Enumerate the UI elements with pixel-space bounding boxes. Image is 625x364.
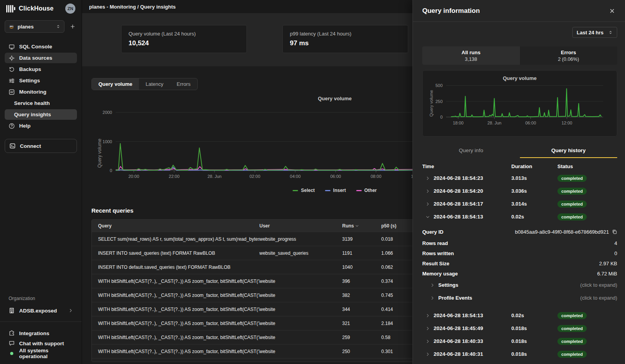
drawer-header: Query information [413,0,625,22]
drawer-title: Query information [422,7,480,15]
chevron-right-icon [430,296,435,300]
mini-chart-ylabel: Query volume [429,90,434,117]
history-row[interactable]: 2024-06-28 18:40:31 0.018s completed [422,348,617,360]
puzzle-icon [9,330,15,336]
chevron-up-down-icon [608,30,613,35]
svg-text:500: 500 [436,83,443,88]
organization-name: ADSB.exposed [19,308,57,314]
close-drawer-button[interactable] [608,7,616,15]
history-row[interactable]: 2024-06-28 18:40:33 0.018s completed [422,335,617,348]
breadcrumb: planes - Monitoring / Query insights [89,4,176,10]
history-row[interactable]: 2024-06-28 18:54:20 3.036s completed [422,185,617,197]
chart-ylabel: Query volume [97,138,102,168]
help-icon [9,123,15,129]
runs-errors-tabs: All runs 3,138 Errors 2 (0.06%) [422,46,617,65]
sidebar: ClickHouse ZN planes SQL Console Data so… [0,0,82,364]
svg-text:22:00: 22:00 [169,174,180,179]
sidebar-item-backups[interactable]: Backups [5,64,77,75]
chat-icon [9,340,15,346]
connect-button[interactable]: Connect [5,139,77,153]
copy-query-id-button[interactable] [612,229,617,234]
sort-runs-button[interactable]: Runs [342,223,359,229]
monitor-icon [9,44,15,50]
add-service-button[interactable] [68,22,77,31]
history-row[interactable]: 2024-06-28 18:45:49 0.018s completed [422,322,617,335]
svg-text:08:00: 08:00 [371,174,382,179]
profile-events-expander[interactable]: Profile Events (click to expand) [422,291,617,304]
app-title: ClickHouse [19,5,54,12]
chevron-right-icon [425,352,430,357]
history-row[interactable]: 2024-06-28 18:54:17 3.014s completed [422,197,617,210]
sidebar-item-chat-support[interactable]: Chat with support [5,338,77,348]
tab-latency[interactable]: Latency [139,78,170,90]
activity-icon [9,89,15,95]
status-badge: completed [557,351,587,358]
status-dot-icon [10,352,13,355]
sidebar-item-service-health[interactable]: Service health [5,98,77,108]
tab-all-runs[interactable]: All runs 3,138 [422,46,520,65]
tab-query-history[interactable]: Query history [520,144,618,158]
chevron-right-icon [425,189,430,194]
chevron-up-down-icon [56,24,61,29]
chevron-right-icon [425,339,430,344]
history-row[interactable]: 2024-06-28 18:54:13 0.02s completed [422,309,617,322]
logo-row: ClickHouse ZN [5,0,77,17]
query-id-row: Query ID b0845aa9-a8c9-49f0-8f68-e678669… [422,226,617,238]
sidebar-item-monitoring[interactable]: Monitoring [5,87,77,97]
chevron-right-icon [430,283,435,288]
history-row[interactable]: 2024-06-28 18:54:23 3.013s completed [422,172,617,185]
organization-switcher[interactable]: ADSB.exposed [5,305,77,316]
time-range-select[interactable]: Last 24 hrs [572,27,617,38]
tab-errors[interactable]: Errors 2 (0.06%) [520,46,618,65]
sidebar-item-data-sources[interactable]: Data sources [5,53,77,63]
service-selector[interactable]: planes [5,20,64,33]
status-badge: completed [557,325,587,332]
rows-written-row: Rows written 0 [422,248,617,258]
drawer-body: Last 24 hrs All runs 3,138 Errors 2 (0.0… [413,22,625,364]
legend-other[interactable]: Other [356,188,377,193]
query-information-drawer: Query information Last 24 hrs All runs 3… [412,0,625,364]
select-swatch-icon [293,190,298,191]
sidebar-item-sql-console[interactable]: SQL Console [5,41,77,52]
close-icon [609,8,615,14]
sidebar-nav: SQL Console Data sources Backups Setting… [5,41,77,131]
status-badge: completed [557,338,587,345]
user-avatar[interactable]: ZN [65,4,75,14]
svg-text:28. Jun: 28. Jun [207,174,221,179]
status-badge: completed [557,312,587,319]
svg-text:1000: 1000 [103,139,112,144]
divider [0,321,82,322]
legend-insert[interactable]: Insert [325,188,346,193]
settings-expander[interactable]: Settings (click to expand) [422,279,617,291]
status-badge: completed [557,188,587,195]
svg-text:28. Jun: 28. Jun [488,121,502,125]
tab-query-volume[interactable]: Query volume [92,78,139,90]
sidebar-item-help[interactable]: Help [5,121,77,131]
svg-text:2000: 2000 [103,110,112,115]
memory-usage-row: Memory usage 6.72 MiB [422,268,617,279]
svg-text:250: 250 [436,99,443,104]
chevron-right-icon [425,202,430,206]
chart-tabs: Query volume Latency Errors [91,78,198,90]
aws-icon [9,24,14,30]
chevron-down-icon [425,215,430,219]
p99-latency-stat-card: p99 latency (Last 24 hours) 97 ms [282,25,408,53]
plus-icon [70,24,75,29]
sliders-icon [9,78,15,84]
history-row-expanded[interactable]: 2024-06-28 18:54:13 0.02s completed [422,210,617,223]
chevron-right-icon [425,313,430,318]
sidebar-item-settings[interactable]: Settings [5,75,77,86]
query-volume-stat-card: Query volume (Last 24 hours) 10,524 [121,25,247,53]
tab-query-info[interactable]: Query info [422,144,520,158]
svg-text:04:00: 04:00 [290,174,301,179]
system-status[interactable]: All systems operational [5,348,77,359]
svg-text:0: 0 [440,115,443,119]
legend-select[interactable]: Select [293,188,314,193]
tab-errors[interactable]: Errors [170,78,197,90]
svg-text:06:00: 06:00 [525,121,536,125]
clickhouse-logo-icon [6,5,15,12]
sidebar-item-query-insights[interactable]: Query insights [5,109,77,120]
restore-icon [9,66,15,73]
mini-chart-title: Query volume [423,75,617,81]
sidebar-item-integrations[interactable]: Integrations [5,328,77,338]
